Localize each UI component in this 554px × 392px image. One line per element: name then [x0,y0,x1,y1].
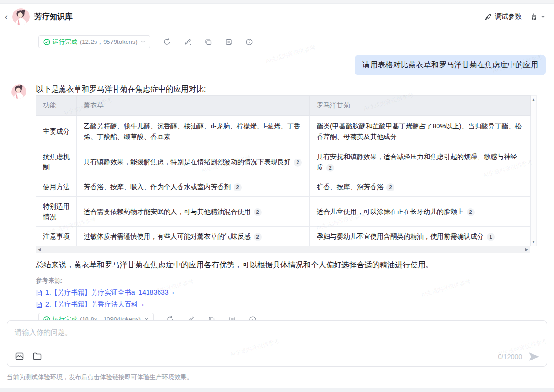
run-status-meta: (12.2s，9579tokens) [80,38,138,46]
reference-link[interactable]: 1.【芳疗书籍】芳疗实证全书a_14183633 › [36,288,537,297]
table-row: 抗焦虑机制 具有镇静效果，能缓解焦虑，特别是在情绪剧烈波动的情况下表现良好2 具… [36,147,531,177]
chat-page: ‹ 芳疗知识库 [0,0,554,392]
feature-cell: 主要成分 [36,116,77,147]
info-icon[interactable] [245,38,253,46]
chamomile-cell: 适合儿童使用，可以涂抹在正在长牙幼儿的脸颊上2 [310,197,531,227]
document-icon [36,301,43,308]
app-header: ‹ 芳疗知识库 [0,4,554,30]
clear-context-button[interactable] [530,13,545,21]
page-title: 芳疗知识库 [34,12,73,22]
assistant-avatar [11,84,29,101]
lavender-cell: 芳香浴、按摩、吸入、作为个人香水或室内芳香剂2 [77,177,310,197]
edit-pen-icon[interactable] [184,38,192,46]
column-header-feature: 功能 [36,96,77,116]
assistant-avatar-illustration [11,84,26,99]
run-status-label: 运行完成 [53,38,77,46]
table-horizontal-scrollbar[interactable]: ◀ ▶ [36,246,530,253]
lavender-cell: 适合需要依赖药物才能安眠的人，可与其他精油混合使用2 [77,197,310,227]
chamomile-cell: 扩香、按摩、泡芳香浴2 [310,177,531,197]
composer-right: 0/12000 [498,351,540,362]
regenerate-icon[interactable] [163,38,171,46]
comparison-table-container: 功能 薰衣草 罗马洋甘菊 主要成分 乙酸芳樟醚、牻牛儿醇、沉香醇、桉油醇、d-龙… [36,95,537,246]
citation-badge[interactable]: 2 [386,183,394,191]
folder-upload-icon[interactable] [32,351,42,361]
char-counter: 0/12000 [498,353,522,360]
chamomile-cell: 孕妇与婴幼儿不宜使用含酮类的精油，使用前需确认成分1 [310,227,531,246]
references-title: 参考来源: [36,276,537,285]
table-vertical-scrollbar[interactable]: ▲ ▼ [531,95,537,246]
lavender-cell: 过敏体质者需谨慎使用，有些人可能对薰衣草的气味反感2 [77,227,310,246]
citation-badge[interactable]: 2 [254,208,262,216]
send-button[interactable] [528,351,540,362]
citation-badge[interactable]: 2 [326,164,334,172]
user-message-bubble: 请用表格对比薰衣草和罗马洋甘菊在焦虑症中的应用 [355,55,546,75]
window-top-strip [0,0,554,4]
scroll-right-arrow-icon[interactable]: ▶ [525,248,528,252]
debug-params-label: 调试参数 [495,12,522,21]
table-row: 主要成分 乙酸芳樟醚、牻牛儿醇、沉香醇、桉油醇、d-龙脑、柠檬烯、l-蒎烯、丁香… [36,116,531,147]
lavender-cell: 乙酸芳樟醚、牻牛儿醇、沉香醇、桉油醇、d-龙脑、柠檬烯、l-蒎烯、丁香烯、丁酸酯… [77,116,310,147]
broom-icon [530,13,538,21]
column-header-chamomile: 罗马洋甘菊 [310,96,531,116]
assistant-summary: 总结来说，薰衣草和罗马洋甘菊在焦虑症中的应用各有优势，可以根据具体情况和个人偏好… [36,259,537,271]
run-status-chip-top[interactable]: 运行完成 (12.2s，9579tokens) [38,35,150,48]
citation-badge[interactable]: 1 [487,233,495,241]
document-icon [36,289,43,297]
reference-link-text: 2.【芳疗书籍】芳香疗法大百科 [45,300,138,309]
scroll-up-arrow-icon[interactable]: ▲ [532,98,535,102]
bot-avatar [12,8,30,25]
chevron-down-icon [541,14,545,19]
message-input[interactable] [7,321,547,346]
comparison-table: 功能 薰衣草 罗马洋甘菊 主要成分 乙酸芳樟醚、牻牛儿醇、沉香醇、桉油醇、d-龙… [36,95,531,246]
environment-note: 当前为测试体验环境，发布后点击体验链接即可体验生产环境效果。 [7,373,193,381]
notes-icon[interactable] [225,38,233,46]
back-button[interactable]: ‹ [3,12,10,21]
user-message-row: 请用表格对比薰衣草和罗马洋甘菊在焦虑症中的应用 [0,55,554,75]
bot-avatar-illustration [12,8,30,25]
chamomile-cell: 具有安抚和镇静效果，适合减轻压力和焦虑引起的烦躁、敏感与神经质2 [310,147,531,177]
pen-nib-icon [484,13,492,21]
table-row: 使用方法 芳香浴、按摩、吸入、作为个人香水或室内芳香剂2 扩香、按摩、泡芳香浴2 [36,177,531,197]
message-composer: 0/12000 [7,320,547,367]
citation-badge[interactable]: 2 [234,183,242,191]
citation-badge[interactable]: 2 [254,233,262,241]
reference-link[interactable]: 2.【芳疗书籍】芳香疗法大百科 › [36,300,537,309]
reference-link-text: 1.【芳疗书籍】芳疗实证全书a_14183633 [45,288,169,297]
copy-icon[interactable] [204,38,212,46]
feature-cell: 使用方法 [36,177,77,197]
composer-tools [15,351,42,361]
assistant-message: 以下是薰衣草和罗马洋甘菊在焦虑症中的应用对比: 功能 薰衣草 罗马洋甘菊 [0,84,554,309]
scroll-left-arrow-icon[interactable]: ◀ [38,248,41,252]
chamomile-cell: 酯类(甲基酪胺醚和芷酸甲基丁烯醚占了80%以上)、当归酸异丁酯、松香芹酮、母菊萸… [310,116,531,147]
chevron-right-icon: › [142,301,144,308]
message-actions-top [163,38,253,46]
table-row: 注意事项 过敏体质者需谨慎使用，有些人可能对薰衣草的气味反感2 孕妇与婴幼儿不宜… [36,227,531,246]
feature-cell: 特别适用情况 [36,197,77,227]
scroll-down-arrow-icon[interactable]: ▼ [532,240,535,244]
check-circle-icon [43,39,50,45]
citation-badge[interactable]: 2 [294,159,302,167]
table-row: 特别适用情况 适合需要依赖药物才能安眠的人，可与其他精油混合使用2 适合儿童使用… [36,197,531,227]
assistant-intro: 以下是薰衣草和罗马洋甘菊在焦虑症中的应用对比: [36,84,537,95]
lavender-cell: 具有镇静效果，能缓解焦虑，特别是在情绪剧烈波动的情况下表现良好2 [77,147,310,177]
feature-cell: 抗焦虑机制 [36,147,77,177]
chevron-down-icon [141,40,145,44]
debug-params-button[interactable]: 调试参数 [484,12,522,21]
run-status-row-top: 运行完成 (12.2s，9579tokens) [38,35,554,48]
assistant-content: 以下是薰衣草和罗马洋甘菊在焦虑症中的应用对比: 功能 薰衣草 罗马洋甘菊 [36,84,537,309]
citation-badge[interactable]: 2 [467,208,475,216]
chevron-right-icon: › [172,289,174,296]
table-header-row: 功能 薰衣草 罗马洋甘菊 [36,96,531,116]
image-upload-icon[interactable] [15,351,24,361]
window-bottom-strip [0,388,554,392]
column-header-lavender: 薰衣草 [77,96,310,116]
feature-cell: 注意事项 [36,227,77,246]
